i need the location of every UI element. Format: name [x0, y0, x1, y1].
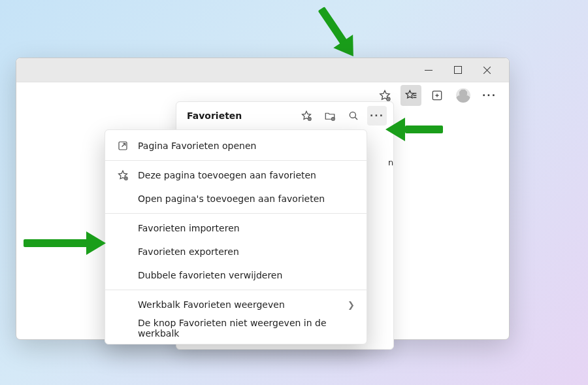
menu-item-label: Favorieten importeren [138, 223, 355, 233]
menu-item-label: Werkbalk Favorieten weergeven [138, 299, 338, 310]
menu-item-label: Dubbele favorieten verwijderen [138, 270, 355, 280]
maximize-button[interactable] [453, 65, 463, 75]
menu-separator [105, 290, 367, 290]
menu-separator [105, 160, 367, 161]
star-plus-icon [117, 169, 129, 181]
profile-button[interactable] [453, 85, 474, 106]
minimize-button[interactable] [423, 65, 433, 75]
menu-open-favorites-page[interactable]: Pagina Favorieten openen [105, 134, 367, 158]
panel-search-button[interactable] [344, 106, 363, 126]
menu-item-label: Open pagina's toevoegen aan favorieten [138, 193, 355, 204]
panel-add-folder-button[interactable] [320, 106, 340, 126]
open-external-icon [117, 140, 129, 152]
ellipsis-icon: ··· [370, 110, 384, 121]
menu-item-label: Pagina Favorieten openen [138, 141, 355, 151]
favorites-panel-header: Favorieten ··· [176, 102, 393, 129]
panel-add-favorite-button[interactable] [297, 106, 316, 126]
close-button[interactable] [482, 65, 492, 75]
more-button[interactable]: ··· [479, 85, 500, 106]
avatar-icon [456, 88, 470, 103]
favorites-list-button[interactable] [400, 85, 421, 106]
menu-add-open-pages[interactable]: Open pagina's toevoegen aan favorieten [105, 187, 367, 210]
menu-remove-duplicates[interactable]: Dubbele favorieten verwijderen [105, 263, 367, 287]
favorites-list-item-label: n co... [388, 158, 393, 167]
window-titlebar [16, 58, 509, 82]
menu-export-favorites[interactable]: Favorieten exporteren [105, 240, 367, 263]
annotation-arrow-toolbar-favorites [309, 1, 366, 65]
favorites-panel-title: Favorieten [183, 110, 293, 121]
menu-item-label: De knop Favorieten niet weergeven in de … [138, 318, 355, 339]
menu-import-favorites[interactable]: Favorieten importeren [105, 216, 367, 240]
collections-button[interactable] [427, 85, 448, 106]
menu-item-label: Deze pagina toevoegen aan favorieten [138, 170, 355, 180]
menu-show-favorites-bar[interactable]: Werkbalk Favorieten weergeven ❯ [105, 293, 367, 316]
menu-item-label: Favorieten exporteren [138, 246, 355, 257]
menu-hide-favorites-button[interactable]: De knop Favorieten niet weergeven in de … [105, 316, 367, 340]
favorites-more-menu: Pagina Favorieten openen Deze pagina toe… [105, 129, 367, 344]
ellipsis-icon: ··· [482, 90, 497, 101]
menu-add-this-page[interactable]: Deze pagina toevoegen aan favorieten [105, 163, 367, 187]
svg-point-4 [350, 112, 355, 118]
menu-separator [105, 213, 367, 214]
chevron-right-icon: ❯ [348, 300, 355, 310]
panel-more-button[interactable]: ··· [367, 106, 387, 126]
